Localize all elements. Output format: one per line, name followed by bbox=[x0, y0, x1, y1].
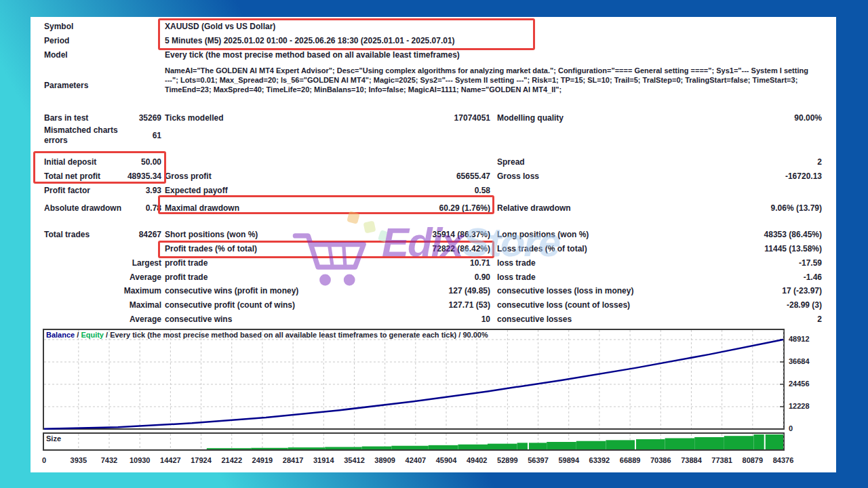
stat-cell: Bars in test35269 bbox=[44, 113, 161, 123]
x-axis-label: 45904 bbox=[429, 456, 463, 464]
x-axis-label: 80879 bbox=[736, 456, 770, 464]
stat-cell: Profit trades (% of total)72822 (86.42%) bbox=[165, 243, 490, 254]
stat-cell bbox=[165, 125, 490, 146]
period-row: Period 5 Minutes (M5) 2025.01.02 01:00 -… bbox=[31, 36, 836, 47]
stat-value: 48353 (86.45%) bbox=[764, 230, 822, 239]
stat-cell: consecutive losses2 bbox=[497, 314, 822, 325]
x-axis-label: 0 bbox=[27, 456, 61, 464]
stat-label: Initial deposit bbox=[44, 157, 96, 167]
stat-cell: consecutive wins10 bbox=[165, 314, 490, 325]
stat-row: Averageprofit trade0.90loss trade-1.46 bbox=[31, 272, 836, 283]
stat-value: 10 bbox=[481, 314, 490, 324]
stat-row: Profit trades (% of total)72822 (86.42%)… bbox=[31, 243, 836, 254]
stat-row: Averageconsecutive wins10consecutive los… bbox=[31, 314, 836, 325]
stat-row: Maximalconsecutive profit (count of wins… bbox=[31, 300, 836, 310]
x-axis-label: 84376 bbox=[766, 456, 800, 464]
stat-label: Modelling quality bbox=[497, 113, 564, 123]
stat-value: 127.71 (53) bbox=[449, 300, 490, 310]
stat-label: consecutive losses (loss in money) bbox=[497, 286, 633, 296]
x-axis-label: 10930 bbox=[123, 456, 157, 464]
stat-value: 9.06% (13.79) bbox=[771, 203, 822, 213]
stat-cell: Short positions (won %)35914 (86.37%) bbox=[165, 229, 490, 240]
stat-cell: consecutive loss (count of losses)-28.99… bbox=[497, 300, 822, 310]
stat-cell: consecutive wins (profit in money)127 (4… bbox=[165, 285, 490, 296]
stat-value: 3.93 bbox=[146, 186, 161, 195]
stat-row: Largestprofit trade10.71loss trade-17.59 bbox=[31, 258, 836, 268]
model-value: Every tick (the most precise method base… bbox=[165, 50, 460, 60]
stat-cell: Average bbox=[44, 314, 161, 325]
stat-cell: profit trade0.90 bbox=[165, 272, 490, 283]
stat-label: consecutive profit (count of wins) bbox=[165, 300, 295, 310]
parameters-value: NameAI="The GOLDEN AI MT4 Expert Advisor… bbox=[165, 66, 810, 94]
stat-value: 2 bbox=[817, 157, 822, 167]
stat-value: Maximum bbox=[124, 286, 161, 296]
stat-row: Mismatched charts errors61 bbox=[31, 125, 836, 146]
watermark: EdixStore bbox=[288, 215, 654, 296]
stat-cell: loss trade-1.46 bbox=[497, 272, 822, 283]
size-chart-svg bbox=[43, 432, 785, 451]
stat-row: Absolute drawdown0.78Maximal drawdown60.… bbox=[31, 197, 836, 219]
stat-label: Short positions (won %) bbox=[165, 230, 258, 239]
stat-cell: Total trades84267 bbox=[44, 229, 161, 240]
stat-cell: Gross loss-16720.13 bbox=[497, 171, 822, 182]
stat-cell: Largest bbox=[44, 258, 161, 268]
y-axis-label: 24456 bbox=[789, 380, 829, 388]
stat-cell: Loss trades (% of total)11445 (13.58%) bbox=[497, 243, 822, 254]
legend-balance: Balance bbox=[46, 331, 75, 339]
stat-label: Total net profit bbox=[44, 171, 100, 181]
stat-cell: Maximum bbox=[44, 285, 161, 296]
stat-cell: Expected payoff0.58 bbox=[165, 185, 490, 196]
stat-label: profit trade bbox=[165, 272, 208, 282]
x-axis-label: 42407 bbox=[399, 456, 433, 464]
x-axis-label: 38909 bbox=[368, 456, 402, 464]
stat-value: 35914 (86.37%) bbox=[433, 230, 490, 239]
stat-value: 2 bbox=[817, 314, 822, 324]
stat-value: 72822 (86.42%) bbox=[433, 244, 490, 253]
stat-value: 11445 (13.58%) bbox=[764, 244, 822, 253]
stat-value: 35269 bbox=[139, 113, 161, 123]
stat-label: consecutive wins bbox=[165, 314, 232, 324]
model-row: Model Every tick (the most precise metho… bbox=[31, 50, 836, 61]
stat-label: Spread bbox=[497, 157, 525, 167]
stat-cell: Modelling quality90.00% bbox=[497, 113, 822, 123]
stat-row: Bars in test35269Ticks modelled17074051M… bbox=[31, 113, 836, 123]
stat-cell: Total net profit48935.34 bbox=[44, 171, 161, 182]
stat-value: 127 (49.85) bbox=[449, 286, 490, 296]
stat-label: consecutive wins (profit in money) bbox=[165, 286, 298, 296]
stat-value: Average bbox=[130, 272, 161, 282]
stat-row: Initial deposit50.00Spread2 bbox=[31, 157, 836, 167]
x-axis-label: 31914 bbox=[307, 456, 340, 464]
stat-label: loss trade bbox=[497, 272, 536, 282]
stat-cell bbox=[497, 125, 822, 146]
stat-value: -28.99 (3) bbox=[787, 300, 822, 310]
x-axis-label: 24919 bbox=[245, 456, 279, 464]
size-chart: Size bbox=[43, 432, 785, 451]
stat-cell: Long positions (won %)48353 (86.45%) bbox=[497, 229, 822, 240]
stat-label: Relative drawdown bbox=[497, 203, 571, 213]
stat-label: Long positions (won %) bbox=[497, 230, 589, 239]
stat-value: 0.90 bbox=[475, 272, 490, 282]
stat-cell bbox=[165, 157, 490, 167]
stat-cell: consecutive losses (loss in money)17 (-2… bbox=[497, 285, 822, 296]
x-axis-label: 28417 bbox=[276, 456, 310, 464]
period-value: 5 Minutes (M5) 2025.01.02 01:00 - 2025.0… bbox=[165, 36, 455, 45]
stat-value: 10.71 bbox=[470, 258, 490, 268]
report-panel: Symbol XAUUSD (Gold vs US Dollar) Period… bbox=[31, 17, 836, 472]
stat-cell: Maximal bbox=[44, 300, 161, 310]
stat-label: Loss trades (% of total) bbox=[497, 244, 587, 253]
stat-label: profit trade bbox=[165, 258, 208, 268]
x-axis-label: 56397 bbox=[521, 456, 555, 464]
stat-cell: Mismatched charts errors61 bbox=[44, 125, 161, 146]
stat-cell: Ticks modelled17074051 bbox=[165, 113, 490, 123]
stat-cell: profit trade10.71 bbox=[165, 258, 490, 268]
symbol-value: XAUUSD (Gold vs US Dollar) bbox=[165, 22, 275, 31]
x-axis-label: 7432 bbox=[92, 456, 126, 464]
stat-value: -17.59 bbox=[799, 258, 822, 268]
stat-label: Bars in test bbox=[44, 113, 88, 123]
period-label: Period bbox=[44, 36, 69, 45]
backtest-report-page: { "colors": { "frame_cyan": "#3ED1DC", "… bbox=[0, 0, 868, 488]
x-axis-label: 17924 bbox=[184, 456, 218, 464]
stat-cell bbox=[44, 243, 161, 254]
stat-label: Profit trades (% of total) bbox=[165, 244, 257, 253]
stat-value: 48935.34 bbox=[127, 171, 161, 181]
